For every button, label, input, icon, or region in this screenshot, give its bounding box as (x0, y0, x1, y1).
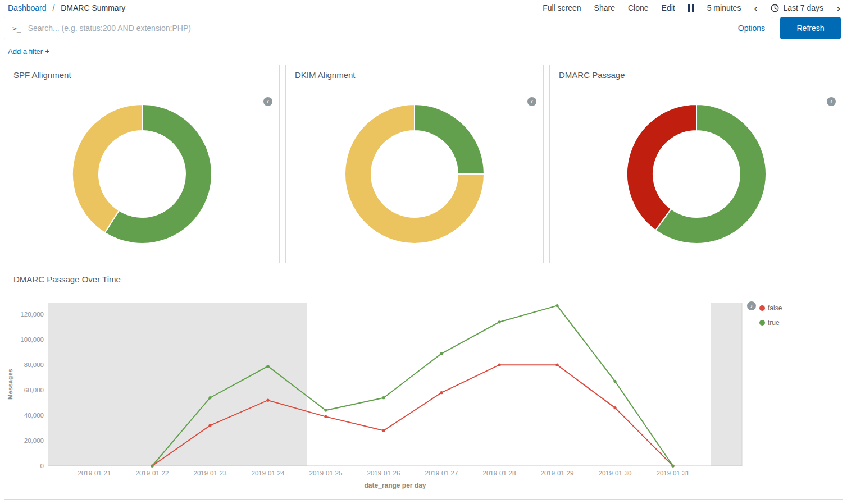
x-tick-label: 2019-01-26 (367, 470, 400, 476)
x-tick-label: 2019-01-21 (78, 470, 111, 476)
dmarc-donut-chart (623, 101, 769, 249)
panel-dkim-alignment: DKIM Alignment ‹ (285, 65, 544, 263)
panel-title-spf: SPF Allignment (4, 65, 279, 80)
data-point-true[interactable] (613, 380, 616, 383)
donut-slice[interactable] (626, 104, 696, 230)
search-bar: >_ Options (4, 17, 773, 39)
search-input[interactable] (27, 23, 732, 33)
menu-edit[interactable]: Edit (662, 3, 675, 12)
data-point-false[interactable] (382, 429, 385, 432)
pause-icon[interactable] (688, 4, 694, 12)
data-point-true[interactable] (324, 409, 327, 412)
y-tick-label: 80,000 (24, 361, 44, 368)
panel-dmarc-passage: DMARC Passage ‹ (549, 65, 843, 263)
options-link[interactable]: Options (738, 24, 765, 33)
legend-item-false[interactable]: false (759, 301, 782, 315)
clock-icon (771, 4, 779, 12)
filter-bar: Add a filter+ (0, 39, 847, 65)
time-bound-shade (711, 303, 742, 466)
x-axis-title: date_range per day (364, 482, 426, 489)
breadcrumb: Dashboard / DMARC Summary (8, 3, 125, 12)
refresh-interval-value[interactable]: 5 minutes (707, 3, 741, 12)
panel-title-dmarc: DMARC Passage (550, 65, 843, 80)
y-tick-label: 120,000 (20, 311, 44, 318)
time-back-icon[interactable]: ‹ (754, 4, 758, 12)
data-point-true[interactable] (266, 365, 269, 368)
add-filter-link[interactable]: Add a filter+ (8, 47, 49, 56)
y-axis-title: Messages (7, 369, 13, 400)
x-tick-label: 2019-01-25 (309, 470, 343, 476)
donut-svg (341, 101, 488, 247)
data-point-true[interactable] (382, 396, 385, 399)
x-tick-label: 2019-01-29 (541, 470, 574, 476)
y-tick-label: 20,000 (24, 437, 44, 444)
data-point-false[interactable] (208, 424, 211, 427)
data-point-true[interactable] (440, 352, 443, 355)
legend-label-true: true (768, 319, 780, 327)
dmarc-line-chart[interactable]: 020,00040,00060,00080,000100,000120,0002… (4, 299, 843, 498)
data-point-false[interactable] (555, 364, 558, 366)
time-bound-shade (48, 303, 307, 466)
line-chart-svg: 020,00040,00060,00080,000100,000120,0002… (4, 299, 843, 498)
query-bar: >_ Options Refresh (0, 15, 847, 39)
data-point-false[interactable] (266, 399, 269, 402)
time-range-label: Last 7 days (783, 3, 823, 12)
y-tick-label: 100,000 (20, 336, 44, 343)
dashboard-grid: SPF Allignment ‹ DKIM Alignment ‹ DMARC … (0, 65, 847, 500)
data-point-false[interactable] (440, 391, 443, 394)
donut-slice[interactable] (72, 104, 142, 233)
legend-label-false: false (768, 304, 782, 312)
y-tick-label: 60,000 (24, 387, 44, 393)
chart-legend: falsetrue (759, 301, 782, 330)
legend-item-true[interactable]: true (759, 315, 782, 330)
console-prompt-icon: >_ (12, 24, 21, 33)
top-menu: Full screen Share Clone Edit 5 minutes ‹… (543, 3, 840, 12)
page-title: DMARC Summary (61, 3, 125, 12)
y-tick-label: 0 (40, 462, 44, 469)
spf-donut-chart (69, 101, 215, 249)
data-point-false[interactable] (613, 406, 616, 409)
data-point-false[interactable] (498, 364, 500, 366)
breadcrumb-dashboard-link[interactable]: Dashboard (8, 3, 47, 12)
x-tick-label: 2019-01-31 (657, 470, 690, 476)
donut-svg (623, 101, 769, 247)
data-point-true[interactable] (208, 396, 211, 399)
add-filter-label: Add a filter (8, 47, 43, 56)
top-navigation: Dashboard / DMARC Summary Full screen Sh… (0, 0, 847, 15)
refresh-button[interactable]: Refresh (780, 17, 841, 39)
menu-clone[interactable]: Clone (628, 3, 649, 12)
plus-icon: + (45, 47, 49, 56)
time-range-picker[interactable]: Last 7 days (771, 3, 823, 12)
panel-title-dmarc-over-time: DMARC Passage Over Time (4, 269, 843, 284)
data-point-false[interactable] (324, 415, 327, 418)
x-tick-label: 2019-01-27 (425, 470, 458, 476)
time-forward-icon[interactable]: › (836, 4, 840, 12)
donut-svg (69, 101, 215, 247)
x-tick-label: 2019-01-22 (136, 470, 169, 476)
panel-spf-alignment: SPF Allignment ‹ (4, 65, 280, 263)
y-tick-label: 40,000 (24, 412, 44, 419)
breadcrumb-separator: / (52, 3, 54, 12)
data-point-true[interactable] (555, 304, 558, 307)
x-tick-label: 2019-01-23 (194, 470, 227, 476)
data-point-true[interactable] (151, 464, 153, 467)
donut-slice[interactable] (415, 104, 484, 174)
legend-toggle-icon[interactable]: ‹ (263, 97, 272, 106)
menu-share[interactable]: Share (594, 3, 615, 12)
data-point-true[interactable] (671, 464, 674, 467)
dkim-donut-chart (341, 101, 488, 249)
x-tick-label: 2019-01-30 (599, 470, 632, 476)
menu-full-screen[interactable]: Full screen (543, 3, 581, 12)
legend-dot-true (759, 320, 765, 326)
panel-title-dkim: DKIM Alignment (286, 65, 543, 80)
legend-toggle-icon[interactable]: › (747, 301, 756, 310)
legend-toggle-icon[interactable]: ‹ (527, 97, 536, 106)
legend-toggle-icon[interactable]: ‹ (827, 97, 836, 106)
x-tick-label: 2019-01-28 (483, 470, 516, 476)
legend-dot-false (759, 305, 765, 311)
panel-dmarc-passage-over-time: DMARC Passage Over Time 020,00040,00060,… (4, 269, 843, 500)
x-tick-label: 2019-01-24 (252, 470, 285, 476)
data-point-true[interactable] (498, 320, 500, 323)
